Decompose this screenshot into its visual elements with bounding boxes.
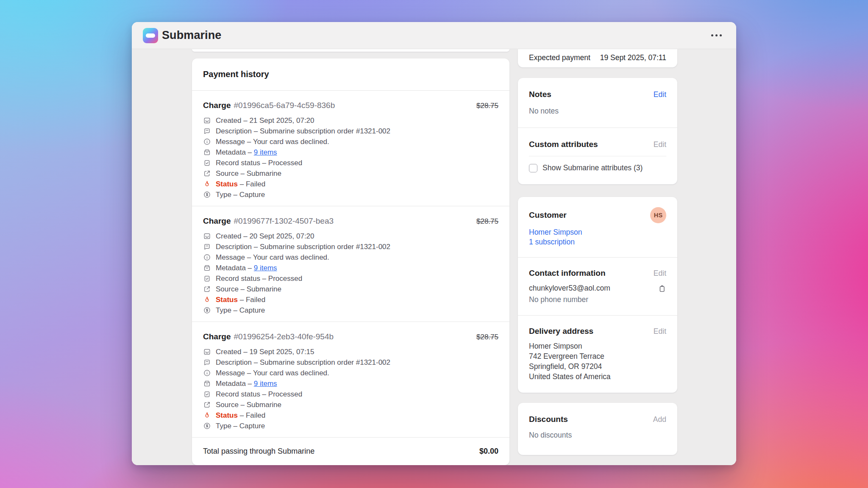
charge-label: Charge	[203, 101, 231, 110]
detail-value: Failed	[246, 180, 265, 189]
contact-edit-button[interactable]: Edit	[654, 269, 666, 278]
info-icon	[203, 253, 211, 261]
payment-history-card: Payment history Charge#01996ca5-6a79-4c5…	[192, 58, 509, 465]
notes-title: Notes	[529, 90, 551, 99]
main-column: Payment history Charge#01996ca5-6a79-4c5…	[192, 49, 509, 465]
detail-label: Message	[216, 138, 245, 146]
charge-detail-row: Source – Submarine	[203, 284, 498, 294]
clipboard-check-icon	[203, 159, 211, 167]
metadata-items-link[interactable]: 9 items	[254, 380, 277, 388]
detail-separator: –	[238, 411, 246, 420]
show-attributes-toggle[interactable]: Show Submarine attributes (3)	[529, 164, 666, 172]
detail-label: Message	[216, 369, 245, 377]
charge-detail-row: Type – Capture	[203, 421, 498, 431]
contact-information-title: Contact information	[529, 269, 606, 278]
charge-section: Charge#01996254-2eb3-40fe-954b$28.75Crea…	[192, 322, 509, 437]
dollar-circle-icon	[203, 191, 211, 199]
detail-value: Processed	[268, 274, 302, 283]
metadata-items-link[interactable]: 9 items	[254, 148, 277, 157]
charge-label: Charge	[203, 216, 231, 226]
detail-separator: –	[241, 116, 249, 125]
detail-separator: –	[252, 243, 260, 251]
contact-phone-empty: No phone number	[529, 295, 666, 304]
charge-detail-row: Record status – Processed	[203, 389, 498, 399]
detail-value: Your card was declined.	[253, 253, 329, 262]
customer-name-link[interactable]: Homer Simpson	[529, 227, 666, 237]
charge-detail-row: Created – 19 Sept 2025, 07:15	[203, 347, 498, 357]
detail-value: Submarine subscription order #1321-002	[260, 127, 390, 136]
detail-label: Message	[216, 253, 245, 262]
external-link-icon	[203, 401, 211, 409]
charge-label: Charge	[203, 332, 231, 341]
app-title: Submarine	[162, 29, 221, 42]
detail-separator: –	[239, 401, 247, 409]
charge-detail-row: Type – Capture	[203, 189, 498, 200]
note-icon	[203, 127, 211, 135]
detail-label: Record status	[216, 390, 260, 399]
detail-value: 20 Sept 2025, 07:20	[249, 232, 314, 241]
dollar-circle-icon	[203, 306, 211, 314]
detail-separator: –	[246, 264, 254, 272]
discounts-add-button[interactable]: Add	[653, 415, 666, 424]
content-area: Payment history Charge#01996ca5-6a79-4c5…	[132, 49, 736, 465]
note-icon	[203, 243, 211, 251]
charge-id: #01996254-2eb3-40fe-954b	[234, 332, 476, 341]
delivery-edit-button[interactable]: Edit	[654, 327, 666, 336]
detail-separator: –	[239, 285, 247, 294]
detail-separator: –	[241, 348, 249, 356]
detail-label: Created	[216, 348, 241, 356]
metadata-items-link[interactable]: 9 items	[254, 264, 277, 272]
charge-amount: $28.75	[476, 102, 498, 110]
detail-value: 19 Sept 2025, 07:15	[249, 348, 314, 356]
expected-payment-card: Expected payment 19 Sept 2025, 07:11	[518, 49, 677, 67]
charge-detail-row: Source – Submarine	[203, 168, 498, 179]
notes-empty-state: No notes	[529, 107, 666, 116]
detail-label: Record status	[216, 159, 260, 167]
charge-amount: $28.75	[476, 217, 498, 226]
charge-detail-row: Description – Submarine subscription ord…	[203, 126, 498, 136]
detail-label: Metadata	[216, 148, 246, 157]
show-attributes-checkbox[interactable]	[529, 164, 537, 172]
external-link-icon	[203, 169, 211, 177]
flame-icon	[203, 180, 211, 188]
notes-card: Notes Edit No notes Custom attributes Ed…	[518, 78, 677, 184]
clipboard-check-icon	[203, 390, 211, 398]
avatar[interactable]: HS	[650, 207, 666, 223]
delivery-address-title: Delivery address	[529, 327, 593, 336]
charge-detail-row: Status – Failed	[203, 294, 498, 305]
note-icon	[203, 358, 211, 366]
detail-value: Processed	[268, 390, 302, 399]
contact-email: chunkylover53@aol.com	[529, 284, 610, 293]
show-attributes-label: Show Submarine attributes (3)	[542, 164, 643, 172]
charge-detail-row: Record status – Processed	[203, 158, 498, 168]
detail-label: Metadata	[216, 380, 246, 388]
discounts-empty-state: No discounts	[529, 431, 666, 440]
custom-attributes-edit-button[interactable]: Edit	[654, 140, 666, 149]
ellipsis-icon[interactable]	[708, 31, 725, 40]
detail-separator: –	[231, 191, 239, 199]
flame-icon	[203, 296, 211, 304]
detail-value: 21 Sept 2025, 07:20	[249, 116, 314, 125]
sidebar-column: Expected payment 19 Sept 2025, 07:11 Not…	[518, 49, 677, 455]
detail-separator: –	[238, 180, 246, 189]
charge-detail-row: Status – Failed	[203, 410, 498, 421]
clipboard-icon[interactable]	[658, 284, 666, 293]
detail-value: Your card was declined.	[253, 369, 329, 377]
charge-detail-row: Status – Failed	[203, 179, 498, 189]
title-bar: Submarine	[132, 22, 736, 49]
custom-attributes-section: Custom attributes Edit Show Submarine at…	[518, 128, 677, 184]
external-link-icon	[203, 285, 211, 293]
charge-detail-row: Description – Submarine subscription ord…	[203, 241, 498, 252]
payment-history-title: Payment history	[192, 58, 509, 90]
detail-label: Status	[216, 296, 238, 304]
detail-value: Submarine	[247, 401, 281, 409]
total-label: Total passing through Submarine	[203, 447, 314, 456]
charge-amount: $28.75	[476, 333, 498, 341]
delivery-address-line: 742 Evergreen Terrace	[529, 351, 666, 361]
notes-edit-button[interactable]: Edit	[654, 90, 666, 99]
detail-value: Failed	[246, 296, 265, 304]
customer-title: Customer	[529, 211, 567, 220]
customer-subscription-link[interactable]: 1 subscription	[529, 237, 666, 247]
delivery-address-line: Springfield, OR 97204	[529, 361, 666, 372]
archive-icon	[203, 148, 211, 156]
